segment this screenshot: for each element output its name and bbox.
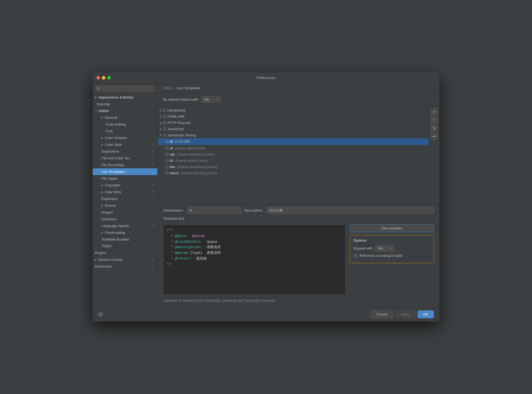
apply-button[interactable]: Apply <box>395 310 416 318</box>
template-line-6: * @return: 返回值 <box>167 256 342 262</box>
sidebar-item-label: Editor <box>99 109 109 113</box>
template-item-afe[interactable]: afe (Inserts afterEach() block) <box>158 151 429 157</box>
sidebar-item-inlay-hints[interactable]: ▶ Inlay Hints ⚙ <box>93 189 157 195</box>
sidebar-item-emmet[interactable]: ▶ Emmet <box>93 202 157 209</box>
ok-button[interactable]: OK <box>417 310 434 318</box>
group-label: HTML/XML <box>167 114 185 119</box>
sidebar-item-label: Directories <box>95 264 112 268</box>
sidebar-item-duplicates[interactable]: Duplicates <box>93 195 157 202</box>
reformat-label: Reformat according to style <box>359 254 402 258</box>
sidebar-item-appearance[interactable]: ▶ Appearance & Behav <box>93 94 157 101</box>
preferences-dialog: Preferences ▶ Appearance & Behav Keymap … <box>93 73 439 321</box>
chevron-right-icon: ▶ <box>101 231 103 234</box>
sidebar-item-code-editing[interactable]: Code Editing <box>93 121 157 128</box>
checkbox-javascript[interactable] <box>163 127 166 131</box>
checkbox-af[interactable] <box>165 146 169 150</box>
expand-with-select[interactable]: Tab Enter Space <box>201 96 220 103</box>
chevron-right-icon: ▶ <box>160 128 162 130</box>
sidebar-item-font[interactable]: Font <box>93 128 157 134</box>
template-group-javascript-testing[interactable]: ▶ JavaScript Testing <box>158 132 429 138</box>
desc-bfe: (Inserts beforeEach() block) <box>177 165 218 169</box>
abbreviation-input[interactable] <box>187 207 241 214</box>
copy-template-button[interactable]: ⧉ <box>431 124 438 132</box>
template-group-http-request[interactable]: ▶ HTTP Request <box>158 120 429 126</box>
abbr-bf: bf <box>170 159 173 163</box>
sidebar-item-todo[interactable]: TODO <box>93 243 157 249</box>
icon-small: ⚙ <box>152 224 155 227</box>
sidebar-item-plugins[interactable]: Plugins <box>93 249 157 256</box>
description-label: Description: <box>244 208 263 212</box>
template-item-bfe[interactable]: bfe (Inserts beforeEach() block) <box>158 164 429 170</box>
template-item-method-comment[interactable]: /// (方法注释) <box>158 138 429 145</box>
minimize-button[interactable] <box>102 76 105 80</box>
chevron-right-icon: ▶ <box>101 137 103 139</box>
desc-descr: (Inserts describe() block) <box>181 171 217 175</box>
sidebar-item-label: TextMate Bundles <box>101 237 129 241</box>
title-bar: Preferences <box>93 73 439 83</box>
sidebar-item-general[interactable]: ▶ General <box>93 114 157 121</box>
checkbox-handlebars[interactable] <box>163 109 166 112</box>
template-item-af[interactable]: af (Inserts after() block) <box>158 145 429 151</box>
search-input[interactable] <box>95 86 155 91</box>
sidebar-item-label: Inspections <box>101 149 119 153</box>
checkbox-afe[interactable] <box>165 153 169 156</box>
add-template-button[interactable]: + <box>431 108 438 115</box>
sidebar-item-proofreading[interactable]: ▶ Proofreading <box>93 229 157 236</box>
cancel-button[interactable]: Cancel <box>371 310 393 318</box>
sidebar-item-copyright[interactable]: ▶ Copyright ⚙ <box>93 182 157 189</box>
sidebar-item-color-scheme[interactable]: ▶ Color Scheme <box>93 134 157 141</box>
description-input[interactable] <box>266 207 434 214</box>
icon-small: ⚙ <box>152 191 155 193</box>
checkbox-bfe[interactable] <box>165 165 169 169</box>
checkbox-javascript-testing[interactable] <box>163 133 166 137</box>
sidebar-item-inspections[interactable]: Inspections ⚙ <box>93 148 157 155</box>
chevron-right-icon: ▶ <box>101 204 103 207</box>
checkbox-method-comment[interactable] <box>165 140 169 143</box>
sidebar-item-directories[interactable]: Directories ⚙ <box>93 263 157 270</box>
sidebar-item-label: General <box>105 116 117 120</box>
sidebar-item-label: Live Templates <box>101 170 125 174</box>
template-group-handlebars[interactable]: ▶ Handlebars <box>158 107 429 113</box>
icon-small: ⚙ <box>152 163 155 166</box>
checkbox-html-xml[interactable] <box>163 115 166 118</box>
template-group-javascript[interactable]: ▶ JavaScript <box>158 126 429 132</box>
sidebar-item-textmate-bundles[interactable]: TextMate Bundles <box>93 236 157 243</box>
sidebar-item-live-templates[interactable]: Live Templates <box>93 168 157 175</box>
sidebar-item-label: Language Injectio <box>101 224 129 228</box>
breadcrumb-current: Live Templates <box>177 86 200 90</box>
checkbox-http-request[interactable] <box>163 121 166 124</box>
sidebar-item-keymap[interactable]: Keymap <box>93 101 157 107</box>
expand-with-row: Expand with Tab Enter Space <box>353 245 430 251</box>
sidebar-item-file-types[interactable]: File Types <box>93 175 157 182</box>
chevron-right-icon: ▶ <box>160 109 162 112</box>
sidebar-item-intentions[interactable]: Intentions <box>93 216 157 222</box>
applicable-text: Applicable in JavaScript and TypeScript;… <box>163 297 434 304</box>
remove-template-button[interactable]: − <box>431 116 438 123</box>
sidebar-item-file-encodings[interactable]: File Encodings ⚙ <box>93 162 157 168</box>
reformat-checkbox[interactable] <box>353 254 357 258</box>
group-label: Handlebars <box>167 108 186 112</box>
expand-with-option-select[interactable]: Tab Enter Space <box>375 245 394 251</box>
undo-template-button[interactable]: ↩ <box>431 133 438 140</box>
sidebar-item-label: File and Code Ten <box>101 156 130 160</box>
main-content: Editor › Live Templates By default expan… <box>158 83 439 307</box>
chevron-right-icon: ▶ <box>101 143 103 146</box>
sidebar-item-file-code-ten[interactable]: File and Code Ten ⚙ <box>93 155 157 162</box>
sidebar-item-editor[interactable]: ▼ Editor <box>93 107 157 114</box>
template-editor[interactable]: /** * @Date: $date$ * @LastEditors: qwgu… <box>163 224 346 295</box>
template-item-descr[interactable]: descr (Inserts describe() block) <box>158 170 429 176</box>
template-group-html-xml[interactable]: ▶ HTML/XML <box>158 113 429 120</box>
expand-with-label: By default expand with <box>163 97 199 101</box>
help-button[interactable]: ? <box>98 312 103 317</box>
sidebar-item-code-style[interactable]: ▶ Code Style ⚙ <box>93 141 157 148</box>
sidebar-item-images[interactable]: Images <box>93 209 157 216</box>
maximize-button[interactable] <box>107 76 111 80</box>
template-item-bf[interactable]: bf (Inserts before() block) <box>158 157 429 164</box>
edit-variables-button[interactable]: Edit variables <box>350 224 434 232</box>
sidebar-item-version-control[interactable]: ▶ Version Control ⚙ <box>93 256 157 263</box>
checkbox-bf[interactable] <box>165 159 169 162</box>
chevron-right-icon: ▶ <box>160 122 162 124</box>
sidebar-item-language-injection[interactable]: Language Injectio ⚙ <box>93 222 157 229</box>
checkbox-descr[interactable] <box>165 171 169 175</box>
close-button[interactable] <box>96 76 100 80</box>
